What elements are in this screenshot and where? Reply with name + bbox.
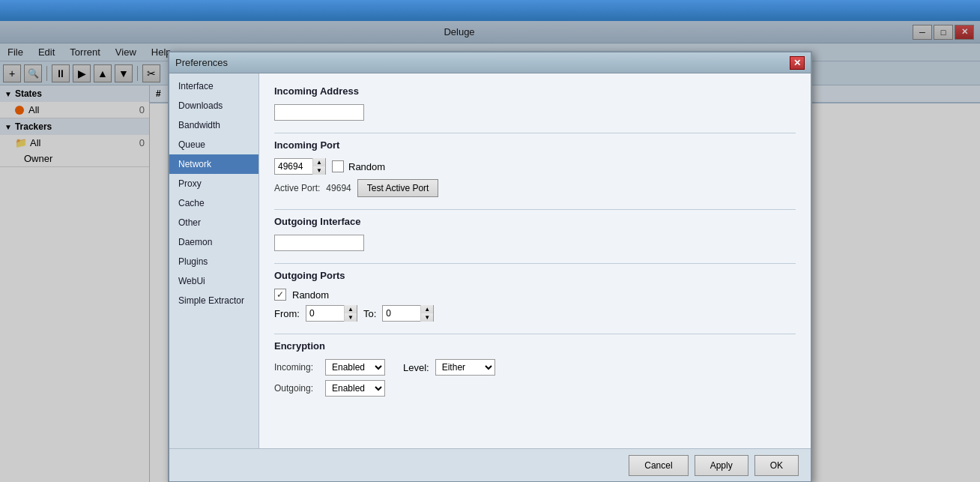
outgoing-from-input[interactable]	[306, 306, 344, 321]
outgoing-interface-row	[274, 235, 796, 251]
incoming-random-checkbox[interactable]	[332, 160, 344, 172]
outgoing-random-checkbox[interactable]	[274, 289, 286, 301]
app-window: Deluge ─ □ ✕ File Edit Torrent View Help…	[0, 21, 980, 482]
level-label: Level:	[403, 362, 429, 373]
incoming-port-input[interactable]	[275, 159, 312, 174]
to-spinbox-arrows: ▲ ▼	[420, 305, 433, 322]
from-spinbox-down[interactable]: ▼	[345, 313, 357, 322]
incoming-address-input[interactable]	[274, 104, 364, 121]
outgoing-random-row: Random	[274, 289, 796, 301]
encryption-incoming-row: Incoming: Enabled Disabled Forced Level:…	[274, 359, 796, 376]
dialog-title: Preferences	[175, 57, 228, 68]
incoming-enc-select[interactable]: Enabled Disabled Forced	[325, 359, 385, 376]
outgoing-ports-title: Outgoing Ports	[274, 270, 796, 284]
outgoing-ports-section: Outgoing Ports Random From: ▲ ▼	[274, 270, 796, 322]
incoming-random-label: Random	[348, 161, 385, 172]
incoming-port-row: ▲ ▼ Random	[274, 158, 796, 175]
nav-proxy[interactable]: Proxy	[169, 174, 258, 193]
outgoing-to-spinbox: ▲ ▼	[382, 305, 434, 322]
dialog-overlay: Preferences ✕ Interface Downloads Bandwi…	[0, 21, 980, 482]
to-spinbox-down[interactable]: ▼	[421, 313, 433, 322]
nav-other[interactable]: Other	[169, 213, 258, 232]
outgoing-from-label: From:	[274, 308, 300, 319]
sep-4	[274, 334, 796, 334]
sep-1	[274, 133, 796, 133]
spinbox-arrows: ▲ ▼	[312, 158, 325, 175]
active-port-label: Active Port:	[274, 183, 320, 193]
apply-button[interactable]: Apply	[695, 455, 748, 476]
nav-plugins[interactable]: Plugins	[169, 252, 258, 271]
taskbar	[0, 0, 980, 21]
nav-queue[interactable]: Queue	[169, 135, 258, 154]
encryption-section: Encryption Incoming: Enabled Disabled Fo…	[274, 340, 796, 397]
random-checkbox-area: Random	[332, 160, 385, 172]
cancel-button[interactable]: Cancel	[629, 455, 688, 476]
spinbox-up[interactable]: ▲	[313, 158, 325, 166]
from-spinbox-up[interactable]: ▲	[345, 305, 357, 313]
outgoing-to-input[interactable]	[383, 306, 420, 321]
outgoing-to-label: To:	[363, 308, 376, 319]
incoming-port-section: Incoming Port ▲ ▼ Rand	[274, 139, 796, 197]
outgoing-interface-section: Outgoing Interface	[274, 216, 796, 251]
nav-simple-extractor[interactable]: Simple Extractor	[169, 291, 258, 310]
outgoing-enc-select[interactable]: Enabled Disabled Forced	[325, 380, 385, 397]
incoming-port-title: Incoming Port	[274, 139, 796, 154]
sep-3	[274, 263, 796, 264]
dialog-content: Incoming Address Incoming Port	[259, 73, 811, 448]
dialog-title-bar: Preferences ✕	[169, 52, 811, 73]
dialog-body: Interface Downloads Bandwidth Queue Netw…	[169, 73, 811, 448]
outgoing-from-to-row: From: ▲ ▼ To:	[274, 305, 796, 322]
nav-webui[interactable]: WebUi	[169, 271, 258, 291]
nav-bandwidth[interactable]: Bandwidth	[169, 115, 258, 135]
nav-network[interactable]: Network	[169, 154, 258, 174]
nav-cache[interactable]: Cache	[169, 193, 258, 213]
dialog-nav: Interface Downloads Bandwidth Queue Netw…	[169, 73, 259, 448]
incoming-enc-label: Incoming:	[274, 362, 319, 373]
nav-daemon[interactable]: Daemon	[169, 232, 258, 252]
from-spinbox-arrows: ▲ ▼	[344, 305, 357, 322]
outgoing-interface-input[interactable]	[274, 235, 364, 251]
test-active-port-button[interactable]: Test Active Port	[357, 179, 439, 197]
active-port-row: Active Port: 49694 Test Active Port	[274, 179, 796, 197]
encryption-title: Encryption	[274, 340, 796, 355]
level-select[interactable]: Either RC4 Plaintext	[435, 359, 495, 376]
outgoing-random-label: Random	[292, 289, 329, 301]
incoming-address-title: Incoming Address	[274, 85, 796, 100]
dialog-footer: Cancel Apply OK	[169, 448, 811, 481]
nav-downloads[interactable]: Downloads	[169, 96, 258, 115]
encryption-outgoing-row: Outgoing: Enabled Disabled Forced	[274, 380, 796, 397]
active-port-value: 49694	[326, 183, 351, 193]
incoming-port-spinbox: ▲ ▼	[274, 158, 326, 175]
spinbox-down[interactable]: ▼	[313, 166, 325, 175]
to-spinbox-up[interactable]: ▲	[421, 305, 433, 313]
outgoing-interface-title: Outgoing Interface	[274, 216, 796, 230]
sep-2	[274, 209, 796, 210]
preferences-dialog: Preferences ✕ Interface Downloads Bandwi…	[168, 51, 812, 482]
dialog-close-button[interactable]: ✕	[790, 56, 805, 70]
incoming-address-section: Incoming Address	[274, 85, 796, 121]
nav-interface[interactable]: Interface	[169, 76, 258, 96]
outgoing-enc-label: Outgoing:	[274, 383, 319, 394]
incoming-address-row	[274, 104, 796, 121]
outgoing-from-spinbox: ▲ ▼	[306, 305, 357, 322]
ok-button[interactable]: OK	[754, 455, 799, 476]
